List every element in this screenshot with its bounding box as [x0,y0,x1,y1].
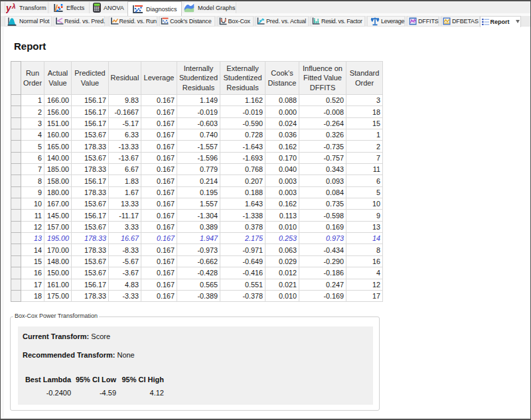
svg-text:y: y [6,3,12,13]
svg-text:λ: λ [11,3,16,10]
